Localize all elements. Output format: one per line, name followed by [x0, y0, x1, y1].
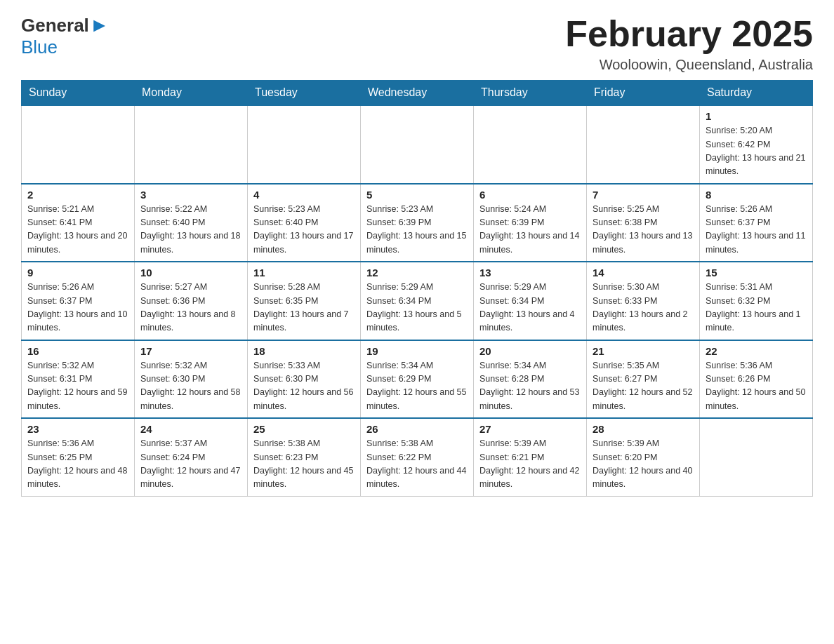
- day-number: 26: [366, 423, 468, 435]
- calendar-cell: [22, 105, 135, 184]
- calendar-cell: 13Sunrise: 5:29 AMSunset: 6:34 PMDayligh…: [474, 262, 587, 340]
- calendar-cell: 18Sunrise: 5:33 AMSunset: 6:30 PMDayligh…: [248, 340, 361, 419]
- day-info: Sunrise: 5:27 AMSunset: 6:36 PMDaylight:…: [140, 281, 241, 335]
- day-number: 5: [366, 189, 468, 201]
- day-info: Sunrise: 5:36 AMSunset: 6:25 PMDaylight:…: [27, 437, 128, 492]
- calendar-cell: 15Sunrise: 5:31 AMSunset: 6:32 PMDayligh…: [700, 262, 813, 340]
- day-info: Sunrise: 5:26 AMSunset: 6:37 PMDaylight:…: [706, 203, 807, 257]
- calendar-cell: 27Sunrise: 5:39 AMSunset: 6:21 PMDayligh…: [474, 418, 587, 496]
- calendar-cell: [474, 105, 587, 184]
- weekday-header-saturday: Saturday: [700, 81, 813, 106]
- calendar-cell: 25Sunrise: 5:38 AMSunset: 6:23 PMDayligh…: [248, 418, 361, 496]
- day-info: Sunrise: 5:26 AMSunset: 6:37 PMDaylight:…: [27, 281, 128, 335]
- weekday-header-monday: Monday: [135, 81, 248, 106]
- day-info: Sunrise: 5:31 AMSunset: 6:32 PMDaylight:…: [706, 281, 807, 335]
- calendar-cell: 6Sunrise: 5:24 AMSunset: 6:39 PMDaylight…: [474, 184, 587, 262]
- calendar-cell: 12Sunrise: 5:29 AMSunset: 6:34 PMDayligh…: [361, 262, 474, 340]
- location-subtitle: Wooloowin, Queensland, Australia: [565, 57, 813, 73]
- day-number: 23: [27, 423, 128, 435]
- calendar-cell: 24Sunrise: 5:37 AMSunset: 6:24 PMDayligh…: [135, 418, 248, 496]
- day-info: Sunrise: 5:20 AMSunset: 6:42 PMDaylight:…: [706, 124, 807, 179]
- day-number: 1: [706, 110, 807, 122]
- day-number: 16: [27, 345, 128, 357]
- day-info: Sunrise: 5:29 AMSunset: 6:34 PMDaylight:…: [366, 281, 468, 335]
- calendar-cell: [361, 105, 474, 184]
- calendar-cell: 4Sunrise: 5:23 AMSunset: 6:40 PMDaylight…: [248, 184, 361, 262]
- day-info: Sunrise: 5:21 AMSunset: 6:41 PMDaylight:…: [27, 203, 128, 257]
- title-block: February 2025 Wooloowin, Queensland, Aus…: [565, 14, 813, 73]
- calendar-cell: 22Sunrise: 5:36 AMSunset: 6:26 PMDayligh…: [700, 340, 813, 419]
- calendar-cell: [700, 418, 813, 496]
- logo-arrow-icon: ►: [90, 14, 110, 36]
- day-info: Sunrise: 5:29 AMSunset: 6:34 PMDaylight:…: [479, 281, 581, 335]
- week-row-1: 1Sunrise: 5:20 AMSunset: 6:42 PMDaylight…: [22, 105, 813, 184]
- logo-blue-text: Blue: [21, 36, 58, 58]
- calendar-cell: 9Sunrise: 5:26 AMSunset: 6:37 PMDaylight…: [22, 262, 135, 340]
- calendar-cell: 7Sunrise: 5:25 AMSunset: 6:38 PMDaylight…: [587, 184, 700, 262]
- logo: General ► Blue: [21, 14, 110, 58]
- day-number: 25: [253, 423, 355, 435]
- day-info: Sunrise: 5:22 AMSunset: 6:40 PMDaylight:…: [140, 203, 241, 257]
- day-info: Sunrise: 5:23 AMSunset: 6:40 PMDaylight:…: [253, 203, 355, 257]
- calendar-cell: 26Sunrise: 5:38 AMSunset: 6:22 PMDayligh…: [361, 418, 474, 496]
- calendar-cell: 20Sunrise: 5:34 AMSunset: 6:28 PMDayligh…: [474, 340, 587, 419]
- day-info: Sunrise: 5:32 AMSunset: 6:31 PMDaylight:…: [27, 359, 128, 414]
- page-header: General ► Blue February 2025 Wooloowin, …: [21, 14, 813, 73]
- weekday-header-thursday: Thursday: [474, 81, 587, 106]
- day-info: Sunrise: 5:30 AMSunset: 6:33 PMDaylight:…: [593, 281, 694, 335]
- day-number: 19: [366, 345, 468, 357]
- day-info: Sunrise: 5:39 AMSunset: 6:20 PMDaylight:…: [593, 437, 694, 492]
- calendar-cell: 3Sunrise: 5:22 AMSunset: 6:40 PMDaylight…: [135, 184, 248, 262]
- day-number: 14: [593, 267, 694, 279]
- month-title: February 2025: [565, 14, 813, 54]
- weekday-header-friday: Friday: [587, 81, 700, 106]
- day-number: 7: [593, 189, 694, 201]
- day-number: 3: [140, 189, 241, 201]
- calendar-cell: [587, 105, 700, 184]
- day-info: Sunrise: 5:38 AMSunset: 6:23 PMDaylight:…: [253, 437, 355, 492]
- day-number: 6: [479, 189, 581, 201]
- day-info: Sunrise: 5:36 AMSunset: 6:26 PMDaylight:…: [706, 359, 807, 414]
- calendar-cell: [135, 105, 248, 184]
- calendar-cell: 21Sunrise: 5:35 AMSunset: 6:27 PMDayligh…: [587, 340, 700, 419]
- day-number: 27: [479, 423, 581, 435]
- calendar-cell: 5Sunrise: 5:23 AMSunset: 6:39 PMDaylight…: [361, 184, 474, 262]
- calendar-cell: 28Sunrise: 5:39 AMSunset: 6:20 PMDayligh…: [587, 418, 700, 496]
- calendar-cell: [248, 105, 361, 184]
- day-number: 22: [706, 345, 807, 357]
- calendar-table: SundayMondayTuesdayWednesdayThursdayFrid…: [21, 80, 813, 497]
- day-info: Sunrise: 5:32 AMSunset: 6:30 PMDaylight:…: [140, 359, 241, 414]
- calendar-cell: 1Sunrise: 5:20 AMSunset: 6:42 PMDaylight…: [700, 105, 813, 184]
- day-number: 17: [140, 345, 241, 357]
- day-number: 2: [27, 189, 128, 201]
- day-number: 8: [706, 189, 807, 201]
- day-number: 15: [706, 267, 807, 279]
- week-row-4: 16Sunrise: 5:32 AMSunset: 6:31 PMDayligh…: [22, 340, 813, 419]
- week-row-3: 9Sunrise: 5:26 AMSunset: 6:37 PMDaylight…: [22, 262, 813, 340]
- calendar-cell: 11Sunrise: 5:28 AMSunset: 6:35 PMDayligh…: [248, 262, 361, 340]
- calendar-cell: 17Sunrise: 5:32 AMSunset: 6:30 PMDayligh…: [135, 340, 248, 419]
- day-number: 28: [593, 423, 694, 435]
- calendar-cell: 10Sunrise: 5:27 AMSunset: 6:36 PMDayligh…: [135, 262, 248, 340]
- weekday-header-tuesday: Tuesday: [248, 81, 361, 106]
- week-row-2: 2Sunrise: 5:21 AMSunset: 6:41 PMDaylight…: [22, 184, 813, 262]
- day-number: 9: [27, 267, 128, 279]
- weekday-header-sunday: Sunday: [22, 81, 135, 106]
- day-info: Sunrise: 5:24 AMSunset: 6:39 PMDaylight:…: [479, 203, 581, 257]
- day-info: Sunrise: 5:34 AMSunset: 6:28 PMDaylight:…: [479, 359, 581, 414]
- day-info: Sunrise: 5:39 AMSunset: 6:21 PMDaylight:…: [479, 437, 581, 492]
- day-info: Sunrise: 5:38 AMSunset: 6:22 PMDaylight:…: [366, 437, 468, 492]
- day-number: 10: [140, 267, 241, 279]
- day-info: Sunrise: 5:33 AMSunset: 6:30 PMDaylight:…: [253, 359, 355, 414]
- day-number: 20: [479, 345, 581, 357]
- calendar-cell: 8Sunrise: 5:26 AMSunset: 6:37 PMDaylight…: [700, 184, 813, 262]
- week-row-5: 23Sunrise: 5:36 AMSunset: 6:25 PMDayligh…: [22, 418, 813, 496]
- day-number: 4: [253, 189, 355, 201]
- calendar-cell: 14Sunrise: 5:30 AMSunset: 6:33 PMDayligh…: [587, 262, 700, 340]
- calendar-cell: 2Sunrise: 5:21 AMSunset: 6:41 PMDaylight…: [22, 184, 135, 262]
- day-number: 24: [140, 423, 241, 435]
- day-number: 12: [366, 267, 468, 279]
- calendar-header-row: SundayMondayTuesdayWednesdayThursdayFrid…: [22, 81, 813, 106]
- calendar-cell: 23Sunrise: 5:36 AMSunset: 6:25 PMDayligh…: [22, 418, 135, 496]
- day-number: 11: [253, 267, 355, 279]
